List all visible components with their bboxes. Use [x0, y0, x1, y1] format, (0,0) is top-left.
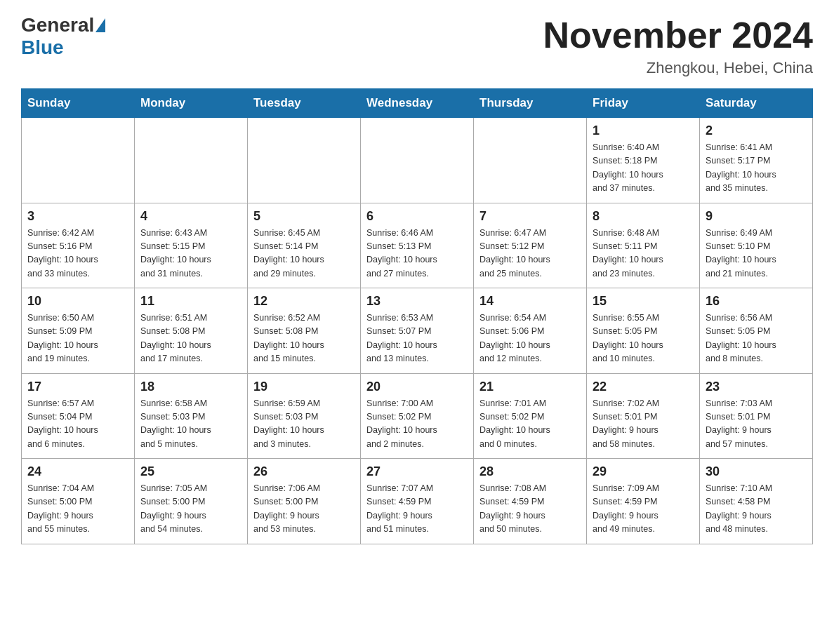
calendar-cell: 6Sunrise: 6:46 AM Sunset: 5:13 PM Daylig…: [361, 203, 474, 288]
day-number: 18: [140, 380, 241, 394]
calendar-cell: 30Sunrise: 7:10 AM Sunset: 4:58 PM Dayli…: [700, 459, 813, 544]
day-info: Sunrise: 6:51 AM Sunset: 5:08 PM Dayligh…: [140, 311, 241, 366]
weekday-header-monday: Monday: [135, 89, 248, 118]
week-row-2: 3Sunrise: 6:42 AM Sunset: 5:16 PM Daylig…: [22, 203, 813, 288]
calendar-table: SundayMondayTuesdayWednesdayThursdayFrid…: [21, 88, 813, 544]
calendar-cell: 7Sunrise: 6:47 AM Sunset: 5:12 PM Daylig…: [474, 203, 587, 288]
day-number: 17: [27, 380, 128, 394]
day-number: 29: [593, 464, 694, 479]
weekday-header-row: SundayMondayTuesdayWednesdayThursdayFrid…: [22, 89, 813, 118]
title-area: November 2024 Zhengkou, Hebei, China: [543, 14, 813, 77]
day-info: Sunrise: 6:40 AM Sunset: 5:18 PM Dayligh…: [593, 141, 694, 196]
page-header: General Blue November 2024 Zhengkou, Heb…: [21, 14, 813, 77]
day-number: 24: [27, 464, 128, 479]
weekday-header-sunday: Sunday: [22, 89, 135, 118]
day-number: 19: [253, 380, 355, 394]
day-number: 6: [366, 209, 468, 224]
day-number: 21: [479, 380, 581, 394]
calendar-cell: [248, 118, 361, 203]
weekday-header-friday: Friday: [587, 89, 700, 118]
day-info: Sunrise: 6:48 AM Sunset: 5:11 PM Dayligh…: [593, 227, 694, 281]
calendar-cell: 24Sunrise: 7:04 AM Sunset: 5:00 PM Dayli…: [22, 459, 135, 544]
day-number: 7: [479, 209, 581, 224]
day-info: Sunrise: 6:57 AM Sunset: 5:04 PM Dayligh…: [27, 397, 128, 452]
day-info: Sunrise: 6:50 AM Sunset: 5:09 PM Dayligh…: [27, 311, 128, 366]
day-number: 16: [706, 294, 807, 309]
calendar-cell: 5Sunrise: 6:45 AM Sunset: 5:14 PM Daylig…: [248, 203, 361, 288]
day-number: 2: [706, 123, 807, 138]
day-number: 8: [593, 209, 694, 224]
day-number: 30: [706, 464, 807, 479]
calendar-cell: [22, 118, 135, 203]
day-info: Sunrise: 7:07 AM Sunset: 4:59 PM Dayligh…: [366, 482, 468, 537]
day-info: Sunrise: 7:02 AM Sunset: 5:01 PM Dayligh…: [593, 397, 694, 452]
week-row-4: 17Sunrise: 6:57 AM Sunset: 5:04 PM Dayli…: [22, 373, 813, 459]
logo: General Blue: [21, 14, 107, 59]
calendar-cell: 28Sunrise: 7:08 AM Sunset: 4:59 PM Dayli…: [474, 459, 587, 544]
calendar-cell: [474, 118, 587, 203]
day-info: Sunrise: 7:01 AM Sunset: 5:02 PM Dayligh…: [479, 397, 581, 452]
day-info: Sunrise: 6:47 AM Sunset: 5:12 PM Dayligh…: [479, 227, 581, 281]
logo-triangle-icon: [95, 18, 105, 32]
day-info: Sunrise: 6:49 AM Sunset: 5:10 PM Dayligh…: [706, 227, 807, 281]
week-row-1: 1Sunrise: 6:40 AM Sunset: 5:18 PM Daylig…: [22, 118, 813, 203]
day-number: 14: [479, 294, 581, 309]
day-number: 3: [27, 209, 128, 224]
day-number: 15: [593, 294, 694, 309]
calendar-cell: 8Sunrise: 6:48 AM Sunset: 5:11 PM Daylig…: [587, 203, 700, 288]
day-number: 23: [706, 380, 807, 394]
calendar-cell: 10Sunrise: 6:50 AM Sunset: 5:09 PM Dayli…: [22, 288, 135, 374]
calendar-cell: 20Sunrise: 7:00 AM Sunset: 5:02 PM Dayli…: [361, 373, 474, 459]
calendar-cell: [135, 118, 248, 203]
day-info: Sunrise: 6:41 AM Sunset: 5:17 PM Dayligh…: [706, 141, 807, 196]
calendar-cell: 26Sunrise: 7:06 AM Sunset: 5:00 PM Dayli…: [248, 459, 361, 544]
weekday-header-wednesday: Wednesday: [361, 89, 474, 118]
calendar-cell: 27Sunrise: 7:07 AM Sunset: 4:59 PM Dayli…: [361, 459, 474, 544]
weekday-header-tuesday: Tuesday: [248, 89, 361, 118]
calendar-cell: 21Sunrise: 7:01 AM Sunset: 5:02 PM Dayli…: [474, 373, 587, 459]
calendar-cell: [361, 118, 474, 203]
calendar-cell: 2Sunrise: 6:41 AM Sunset: 5:17 PM Daylig…: [700, 118, 813, 203]
day-number: 1: [593, 123, 694, 138]
calendar-cell: 18Sunrise: 6:58 AM Sunset: 5:03 PM Dayli…: [135, 373, 248, 459]
day-number: 13: [366, 294, 468, 309]
day-number: 4: [140, 209, 241, 224]
day-number: 26: [253, 464, 355, 479]
day-number: 11: [140, 294, 241, 309]
day-info: Sunrise: 7:00 AM Sunset: 5:02 PM Dayligh…: [366, 397, 468, 452]
week-row-5: 24Sunrise: 7:04 AM Sunset: 5:00 PM Dayli…: [22, 459, 813, 544]
month-year-title: November 2024: [543, 14, 813, 56]
day-info: Sunrise: 6:52 AM Sunset: 5:08 PM Dayligh…: [253, 311, 355, 366]
week-row-3: 10Sunrise: 6:50 AM Sunset: 5:09 PM Dayli…: [22, 288, 813, 374]
day-info: Sunrise: 6:55 AM Sunset: 5:05 PM Dayligh…: [593, 311, 694, 366]
day-number: 12: [253, 294, 355, 309]
day-info: Sunrise: 7:06 AM Sunset: 5:00 PM Dayligh…: [253, 482, 355, 537]
calendar-cell: 15Sunrise: 6:55 AM Sunset: 5:05 PM Dayli…: [587, 288, 700, 374]
day-info: Sunrise: 7:05 AM Sunset: 5:00 PM Dayligh…: [140, 482, 241, 537]
logo-blue-text: Blue: [21, 36, 64, 58]
day-number: 5: [253, 209, 355, 224]
calendar-cell: 1Sunrise: 6:40 AM Sunset: 5:18 PM Daylig…: [587, 118, 700, 203]
weekday-header-thursday: Thursday: [474, 89, 587, 118]
calendar-cell: 4Sunrise: 6:43 AM Sunset: 5:15 PM Daylig…: [135, 203, 248, 288]
calendar-cell: 11Sunrise: 6:51 AM Sunset: 5:08 PM Dayli…: [135, 288, 248, 374]
day-info: Sunrise: 6:59 AM Sunset: 5:03 PM Dayligh…: [253, 397, 355, 452]
calendar-cell: 3Sunrise: 6:42 AM Sunset: 5:16 PM Daylig…: [22, 203, 135, 288]
logo-general-text: General: [21, 14, 94, 36]
day-number: 28: [479, 464, 581, 479]
day-number: 25: [140, 464, 241, 479]
calendar-cell: 17Sunrise: 6:57 AM Sunset: 5:04 PM Dayli…: [22, 373, 135, 459]
day-info: Sunrise: 6:53 AM Sunset: 5:07 PM Dayligh…: [366, 311, 468, 366]
day-info: Sunrise: 6:45 AM Sunset: 5:14 PM Dayligh…: [253, 227, 355, 281]
calendar-cell: 23Sunrise: 7:03 AM Sunset: 5:01 PM Dayli…: [700, 373, 813, 459]
day-info: Sunrise: 7:03 AM Sunset: 5:01 PM Dayligh…: [706, 397, 807, 452]
weekday-header-saturday: Saturday: [700, 89, 813, 118]
calendar-cell: 22Sunrise: 7:02 AM Sunset: 5:01 PM Dayli…: [587, 373, 700, 459]
day-info: Sunrise: 6:58 AM Sunset: 5:03 PM Dayligh…: [140, 397, 241, 452]
day-info: Sunrise: 6:54 AM Sunset: 5:06 PM Dayligh…: [479, 311, 581, 366]
day-info: Sunrise: 6:56 AM Sunset: 5:05 PM Dayligh…: [706, 311, 807, 366]
day-info: Sunrise: 7:04 AM Sunset: 5:00 PM Dayligh…: [27, 482, 128, 537]
day-number: 9: [706, 209, 807, 224]
day-number: 20: [366, 380, 468, 394]
day-number: 10: [27, 294, 128, 309]
